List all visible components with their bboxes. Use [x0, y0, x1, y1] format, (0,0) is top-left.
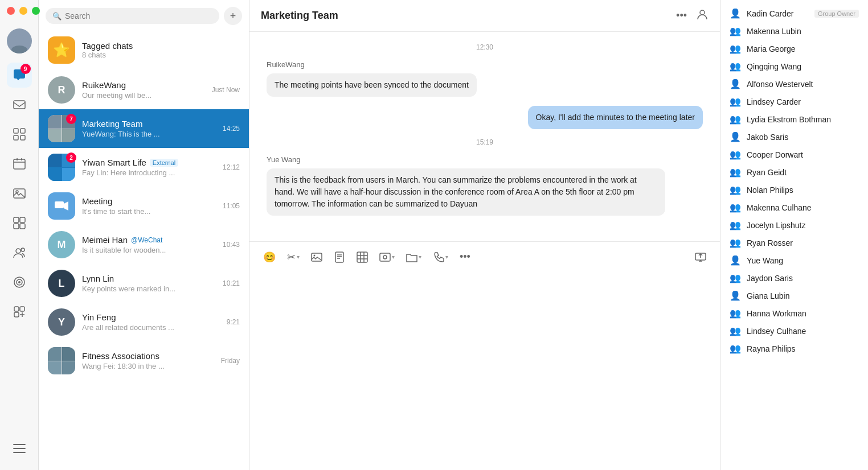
more-toolbar-button[interactable]: •••	[455, 248, 475, 266]
search-input[interactable]	[65, 11, 212, 20]
chat-name-meimei: Meimei Han	[82, 235, 128, 245]
nav-grid-icon[interactable]	[7, 122, 32, 147]
svg-rect-15	[14, 224, 19, 229]
table-button[interactable]	[352, 248, 372, 266]
avatar-fitness	[48, 347, 75, 374]
svg-rect-25	[55, 201, 64, 208]
svg-point-28	[314, 254, 316, 256]
member-hanna[interactable]: 👥 Hanna Workman	[720, 304, 868, 322]
chat-preview-meeting: It's time to start the...	[82, 207, 216, 216]
maximize-button[interactable]	[32, 7, 40, 15]
member-ryan-g[interactable]: 👥 Ryan Geidt	[720, 163, 868, 181]
minimize-button[interactable]	[19, 7, 27, 15]
member-alfonso[interactable]: 👤 Alfonso Westervelt	[720, 75, 868, 93]
member-name-makenna-l: Makenna Lubin	[747, 27, 859, 36]
svg-rect-24	[14, 312, 19, 317]
chat-list-panel: 🔍 + ⭐ Tagged chats 8 chats R RuikeWang O…	[39, 0, 249, 470]
svg-rect-10	[21, 158, 22, 160]
titlebar	[7, 7, 40, 15]
member-jakob[interactable]: 👤 Jakob Saris	[720, 128, 868, 146]
nav-calendar-icon[interactable]	[7, 151, 32, 176]
badge-yiwan: 2	[66, 152, 76, 163]
member-lindsey-cu[interactable]: 👥 Lindsey Culhane	[720, 322, 868, 340]
profile-button[interactable]	[696, 8, 709, 23]
user-avatar[interactable]	[7, 28, 32, 53]
search-box[interactable]: 🔍	[46, 8, 219, 24]
chat-time-meeting: 11:05	[223, 202, 240, 210]
member-cooper[interactable]: 👥 Cooper Dorwart	[720, 146, 868, 163]
member-name-alfonso: Alfonso Westervelt	[747, 80, 859, 89]
close-button[interactable]	[7, 7, 15, 15]
document-button[interactable]	[329, 248, 350, 266]
chat-item-yiwan[interactable]: 2 Yiwan Smart Life External Fay Lin: Her…	[39, 148, 249, 187]
chat-time-yiwan: 12:12	[223, 163, 240, 171]
member-rayna[interactable]: 👥 Rayna Philips	[720, 340, 868, 357]
owner-badge-kadin: Group Owner	[814, 10, 859, 18]
nav-image-icon[interactable]	[7, 181, 32, 206]
screen-share-button[interactable]	[690, 248, 711, 266]
member-giana[interactable]: 👤 Giana Lubin	[720, 287, 868, 304]
person-icon-lindsey-c: 👥	[730, 96, 741, 107]
nav-mail-icon[interactable]	[7, 92, 32, 117]
emoji-button[interactable]: 😊	[259, 248, 280, 267]
person-icon-qingqing: 👥	[730, 61, 741, 72]
member-lindsey-c[interactable]: 👥 Lindsey Carder	[720, 93, 868, 110]
chat-item-ruike[interactable]: R RuikeWang Our meeting will be... Just …	[39, 71, 249, 109]
member-name-qingqing: Qingqing Wang	[747, 62, 859, 71]
member-name-makenna-cu: Makenna Culhane	[747, 203, 859, 212]
chat-item-meimei[interactable]: M Meimei Han @WeChat Is it suitable for …	[39, 225, 249, 264]
member-jaydon[interactable]: 👥 Jaydon Saris	[720, 269, 868, 287]
svg-rect-13	[14, 217, 19, 222]
member-name-ryan-g: Ryan Geidt	[747, 168, 859, 177]
svg-point-1	[11, 46, 27, 53]
chat-item-lynn[interactable]: L Lynn Lin Key points were marked in... …	[39, 264, 249, 303]
compose-area[interactable]	[249, 273, 720, 471]
folder-button[interactable]: ▾	[402, 248, 426, 266]
member-qingqing[interactable]: 👥 Qingqing Wang	[720, 57, 868, 75]
nav-target-icon[interactable]	[7, 270, 32, 295]
message-sender-yuewang: Yue Wang	[267, 155, 703, 164]
phone-button[interactable]: ▾	[428, 248, 453, 266]
svg-point-18	[21, 248, 24, 252]
chat-name-lynn: Lynn Lin	[82, 274, 114, 283]
person-icon-lindsey-cu: 👥	[730, 325, 741, 336]
member-jocelyn[interactable]: 👥 Jocelyn Lipshutz	[720, 216, 868, 234]
nav-people-icon[interactable]	[7, 240, 32, 265]
svg-point-21	[18, 281, 21, 283]
message-group-ruike: RuikeWang The meeting points have been s…	[267, 60, 703, 97]
message-group-yuewang: Yue Wang This is the feedback from users…	[267, 155, 703, 216]
scissors-button[interactable]: ✂ ▾	[282, 248, 304, 267]
nav-chat-icon[interactable]: 9	[7, 63, 32, 88]
member-maria[interactable]: 👥 Maria George	[720, 40, 868, 57]
nav-plugin-icon[interactable]	[7, 299, 32, 324]
nav-menu-icon[interactable]	[7, 436, 32, 461]
wechat-label-meimei: @WeChat	[131, 236, 162, 244]
chat-item-yin[interactable]: Y Yin Feng Are all related documents ...…	[39, 303, 249, 341]
member-nolan[interactable]: 👥 Nolan Philips	[720, 181, 868, 199]
image-button[interactable]	[306, 248, 327, 266]
member-lydia[interactable]: 👥 Lydia Ekstrom Bothman	[720, 110, 868, 128]
chat-item-fitness[interactable]: Fitness Associations Wang Fei: 18:30 in …	[39, 341, 249, 380]
member-ryan-r[interactable]: 👥 Ryan Rosser	[720, 234, 868, 252]
member-makenna-l[interactable]: 👥 Makenna Lubin	[720, 22, 868, 40]
member-kadin[interactable]: 👤 Kadin Carder Group Owner	[720, 5, 868, 22]
svg-rect-16	[20, 224, 25, 229]
chat-time-fitness: Friday	[221, 357, 240, 365]
chat-item-meeting[interactable]: Meeting It's time to start the... 11:05	[39, 187, 249, 225]
member-makenna-cu[interactable]: 👥 Makenna Culhane	[720, 199, 868, 216]
nav-apps-icon[interactable]	[7, 211, 32, 236]
photo-button[interactable]: ▾	[375, 248, 399, 266]
chat-list-header: 🔍 +	[39, 0, 249, 30]
external-badge-yiwan: External	[150, 159, 178, 167]
chat-preview-ruike: Our meeting will be...	[82, 91, 205, 100]
member-name-maria: Maria George	[747, 44, 859, 53]
add-chat-button[interactable]: +	[224, 7, 242, 25]
person-icon-giana: 👤	[730, 290, 741, 301]
svg-point-32	[383, 255, 387, 259]
chat-time-lynn: 10:21	[223, 279, 240, 287]
chat-item-marketing[interactable]: 7 Marketing Team YueWang: This is the ..…	[39, 109, 249, 148]
time-divider-1519: 15:19	[267, 138, 703, 146]
member-yue[interactable]: 👤 Yue Wang	[720, 252, 868, 269]
tagged-chats-item[interactable]: ⭐ Tagged chats 8 chats	[39, 30, 249, 71]
more-options-button[interactable]: •••	[676, 10, 687, 22]
